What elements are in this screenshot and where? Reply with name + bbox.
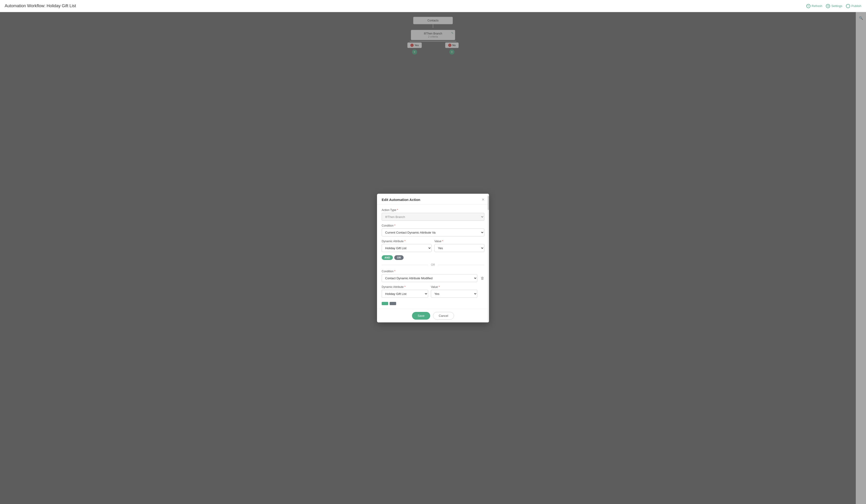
- attr-value-row-1: Dynamic Attribute * Holiday Gift List Va…: [382, 240, 484, 255]
- page-title: Automation Workflow: Holiday Gift List: [5, 3, 76, 8]
- edit-automation-modal: Edit Automation Action × Action Type * I…: [377, 194, 489, 322]
- publish-button[interactable]: ↑ Publish: [846, 4, 861, 8]
- condition2-group: Condition * Current Contact Dynamic Attr…: [382, 270, 477, 282]
- scrollbar-track[interactable]: [488, 194, 489, 322]
- and-or-row: AND OR: [382, 255, 484, 260]
- condition1-group: Condition * Current Contact Dynamic Attr…: [382, 224, 484, 237]
- modal-body: Action Type * If/Then Branch Condition *…: [377, 205, 489, 309]
- action-type-label: Action Type *: [382, 208, 484, 212]
- condition2-section: Condition * Current Contact Dynamic Attr…: [382, 270, 484, 305]
- dynamic-attr1-select[interactable]: Holiday Gift List: [382, 244, 432, 252]
- save-button[interactable]: Save: [412, 312, 430, 320]
- refresh-button[interactable]: ↻ Refresh: [806, 4, 822, 8]
- or-divider-line-right: [438, 265, 484, 265]
- dynamic-attr2-group: Dynamic Attribute * Holiday Gift List: [382, 285, 428, 298]
- modal-title: Edit Automation Action: [382, 198, 420, 202]
- action-type-required: *: [397, 208, 398, 212]
- value2-required: *: [438, 285, 440, 289]
- modal-close-button[interactable]: ×: [482, 197, 484, 202]
- value1-select[interactable]: Yes No: [434, 244, 484, 252]
- condition1-required: *: [394, 224, 396, 227]
- value1-required: *: [442, 240, 443, 243]
- modal-footer: Save Cancel: [377, 309, 489, 322]
- modal-overlay: Edit Automation Action × Action Type * I…: [0, 12, 866, 504]
- settings-button[interactable]: ⚙ Settings: [826, 4, 842, 8]
- top-bar-actions: ↻ Refresh ⚙ Settings ↑ Publish: [806, 4, 861, 8]
- value1-label: Value *: [434, 240, 484, 243]
- dynamic-attr2-required: *: [404, 285, 406, 289]
- publish-icon: ↑: [846, 4, 850, 8]
- condition2-select[interactable]: Current Contact Dynamic Attribute Va Con…: [382, 274, 477, 282]
- value2-label: Value *: [431, 285, 477, 289]
- condition1-label: Condition *: [382, 224, 484, 227]
- cancel-button[interactable]: Cancel: [433, 312, 454, 320]
- modal-header: Edit Automation Action ×: [377, 194, 489, 205]
- or-button[interactable]: OR: [394, 255, 404, 260]
- dynamic-attr2-select[interactable]: Holiday Gift List: [382, 290, 428, 298]
- condition1-select[interactable]: Current Contact Dynamic Attribute Va Con…: [382, 228, 484, 237]
- or-divider-line-left: [382, 265, 428, 265]
- condition2-required: *: [394, 270, 396, 273]
- canvas-area: Contacts If/Then Branch 2 criteria ✎ ! Y…: [0, 12, 866, 504]
- mini-btn-1[interactable]: [382, 302, 388, 305]
- mini-btn-2[interactable]: [390, 302, 396, 305]
- mini-buttons-row: [382, 302, 477, 305]
- action-type-group: Action Type * If/Then Branch: [382, 208, 484, 221]
- condition2-delete-button[interactable]: 🗑: [480, 276, 484, 280]
- refresh-icon: ↻: [806, 4, 810, 8]
- or-divider: OR: [382, 263, 484, 266]
- settings-icon: ⚙: [826, 4, 830, 8]
- top-bar: Automation Workflow: Holiday Gift List ↻…: [0, 0, 866, 12]
- value2-select[interactable]: Yes No: [431, 290, 477, 298]
- dynamic-attr2-label: Dynamic Attribute *: [382, 285, 428, 289]
- dynamic-attr1-required: *: [404, 240, 406, 243]
- value1-group: Value * Yes No: [434, 240, 484, 252]
- action-type-select[interactable]: If/Then Branch: [382, 213, 484, 221]
- dynamic-attr1-label: Dynamic Attribute *: [382, 240, 432, 243]
- value2-group: Value * Yes No: [431, 285, 477, 298]
- condition2-label: Condition *: [382, 270, 477, 273]
- and-button[interactable]: AND: [382, 255, 393, 260]
- scrollbar-thumb[interactable]: [488, 196, 489, 210]
- attr-value-row-2: Dynamic Attribute * Holiday Gift List Va…: [382, 285, 477, 301]
- dynamic-attr1-group: Dynamic Attribute * Holiday Gift List: [382, 240, 432, 252]
